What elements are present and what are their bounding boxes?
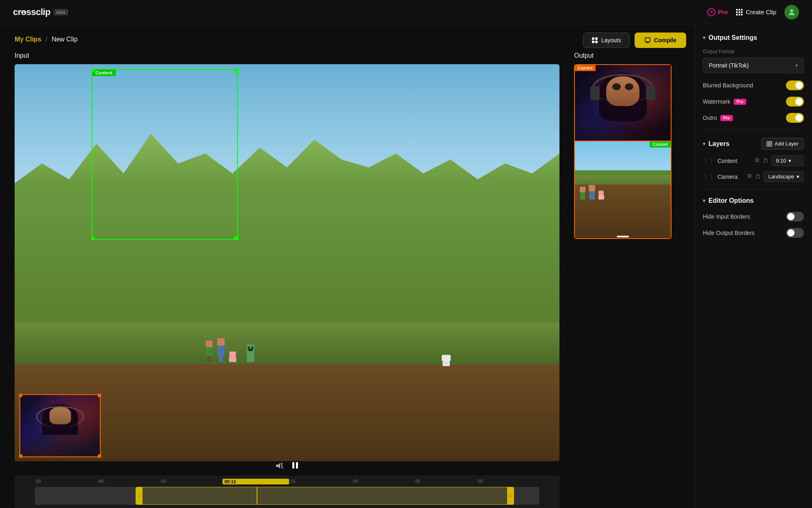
layouts-button[interactable]: Layouts [583, 33, 630, 48]
hide-output-borders-toggle[interactable] [786, 228, 804, 238]
volume-button[interactable] [275, 462, 283, 471]
layer-ratio-camera[interactable]: Landscape ▾ [764, 171, 804, 182]
output-panel: Output Camera [574, 52, 680, 508]
editor-options-title: Editor Options [708, 197, 754, 204]
input-video[interactable]: Content Camera [15, 64, 559, 461]
output-format-value: Portrait (TikTok) [709, 62, 749, 69]
clip-handle-right[interactable]: › [507, 487, 514, 504]
blurred-background-row: Blurred Background [703, 80, 804, 90]
editor-options-header: ▾ Editor Options [703, 197, 804, 204]
hide-output-borders-row: Hide Output Borders [703, 228, 804, 238]
layouts-label: Layouts [601, 37, 621, 43]
blurred-background-toggle[interactable] [786, 80, 804, 90]
camera-resize-tr[interactable] [98, 394, 101, 397]
layer-drag-camera[interactable]: ⋮⋮ [703, 174, 714, 180]
time-marker-15: :15 [289, 479, 352, 484]
timeline-track[interactable]: ‹ › [35, 487, 539, 505]
editor-options-chevron[interactable]: ▾ [703, 198, 705, 204]
output-content-section: Content [574, 141, 672, 239]
output-bottom-indicator [617, 236, 629, 237]
watermark-toggle[interactable] [786, 97, 804, 106]
timeline-playhead[interactable] [257, 487, 257, 505]
svg-rect-2 [595, 37, 598, 40]
layer-lock-content[interactable] [763, 157, 768, 164]
time-marker-10: :10 [160, 479, 222, 484]
compile-button[interactable]: Compile [635, 33, 686, 48]
svg-rect-5 [645, 38, 650, 42]
topnav: crossclip beta ✕ Pro Create Clip [0, 0, 812, 24]
svg-marker-6 [276, 463, 280, 469]
resize-handle-bl[interactable] [91, 237, 95, 240]
time-marker-25: :25 [414, 479, 477, 484]
divider-1 [703, 130, 804, 130]
main-layout: My Clips / New Clip Input [0, 24, 812, 508]
output-settings-chevron[interactable]: ▾ [703, 35, 705, 41]
time-marker-20: :20 [352, 479, 414, 484]
svg-rect-1 [592, 37, 594, 40]
layer-ratio-content[interactable]: 9:10 ▾ [771, 155, 804, 166]
layer-trash-content[interactable] [754, 157, 760, 164]
pro-button[interactable]: ✕ Pro [707, 8, 728, 16]
user-avatar[interactable] [784, 5, 799, 20]
create-clip-label: Create Clip [746, 9, 776, 15]
layers-chevron[interactable]: ▾ [703, 141, 705, 147]
layouts-icon [592, 37, 598, 43]
svg-rect-12 [296, 462, 298, 469]
outro-toggle[interactable] [786, 113, 804, 123]
editor-area: My Clips / New Clip Input [0, 24, 694, 508]
layer-drag-content[interactable]: ⋮⋮ [703, 158, 714, 164]
breadcrumb-new-clip: New Clip [52, 36, 78, 43]
resize-handle-tl[interactable] [91, 69, 95, 72]
clip-handle-left[interactable]: ‹ [136, 487, 143, 504]
camera-resize-tl[interactable] [19, 394, 22, 397]
time-marker-0: :00 [35, 479, 97, 484]
layer-row-content: ⋮⋮ Content 9:10 ▾ [703, 155, 804, 166]
watermark-row: Watermark Pro [703, 97, 804, 106]
layers-title: Layers [708, 140, 730, 148]
pro-label: Pro [718, 9, 728, 15]
breadcrumb: My Clips / New Clip [15, 36, 680, 43]
add-layer-icon [767, 141, 772, 147]
nav-right: ✕ Pro Create Clip [707, 5, 799, 20]
resize-handle-br[interactable] [235, 237, 238, 240]
output-settings-header: ▾ Output Settings [703, 34, 804, 41]
create-clip-button[interactable]: Create Clip [736, 9, 776, 15]
input-label: Input [15, 52, 559, 59]
beta-badge: beta [54, 9, 68, 15]
layer-trash-camera[interactable] [747, 173, 752, 180]
time-marker-current: 00:12 [222, 479, 289, 484]
add-layer-button[interactable]: Add Layer [761, 138, 804, 150]
pause-button[interactable] [292, 461, 299, 471]
resize-handle-tr[interactable] [235, 69, 238, 72]
hide-input-borders-toggle[interactable] [786, 212, 804, 221]
playback-controls [15, 461, 559, 471]
breadcrumb-my-clips[interactable]: My Clips [15, 36, 41, 43]
layer-row-camera: ⋮⋮ Camera Landscape ▾ [703, 171, 804, 182]
svg-rect-15 [767, 144, 769, 146]
camera-resize-br[interactable] [98, 454, 101, 458]
layer-name-content: Content [717, 158, 751, 164]
camera-selection-box[interactable]: Camera [19, 394, 101, 457]
svg-rect-14 [770, 141, 772, 143]
hide-input-borders-row: Hide Input Borders [703, 212, 804, 221]
outro-pro-badge: Pro [720, 115, 733, 121]
add-layer-label: Add Layer [775, 141, 799, 147]
grid-icon [736, 9, 743, 15]
layer-lock-camera[interactable] [756, 173, 760, 180]
content-selection-box[interactable]: Content [92, 69, 238, 240]
input-panel: Input [15, 52, 559, 508]
output-format-dropdown[interactable]: Portrait (TikTok) ▾ [703, 58, 804, 73]
content-box-label: Content [92, 69, 116, 76]
layer-ratio-camera-arrow: ▾ [797, 174, 799, 180]
layers-header: ▾ Layers Add Layer [703, 138, 804, 150]
breadcrumb-separator: / [45, 36, 47, 43]
divider-2 [703, 189, 804, 190]
svg-rect-3 [592, 41, 594, 43]
svg-rect-13 [767, 141, 769, 143]
pro-icon: ✕ [707, 8, 715, 16]
logo: crossclip beta [13, 7, 68, 17]
timeline: :00 :05 :10 00:12 :15 :20 :25 :30 ‹ › [15, 475, 559, 508]
svg-line-7 [281, 463, 283, 464]
camera-resize-bl[interactable] [19, 454, 22, 458]
timeline-clip[interactable]: ‹ › [136, 487, 514, 505]
